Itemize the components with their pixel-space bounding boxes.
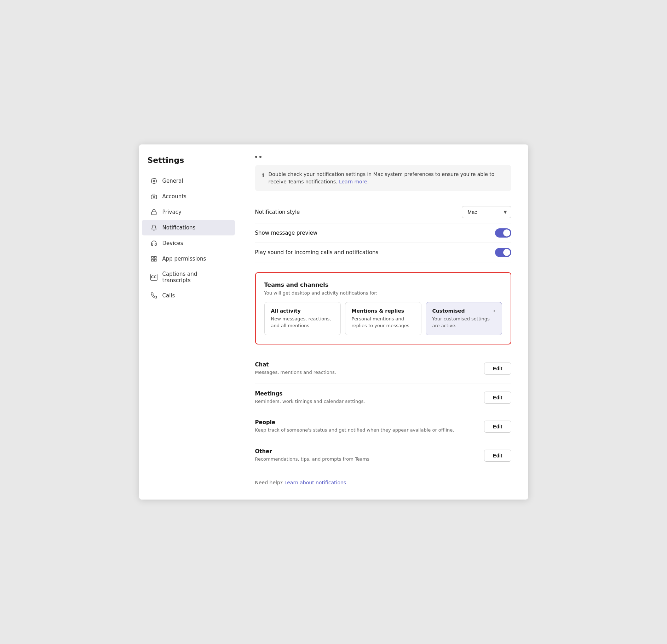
sidebar: Settings General Accounts Privacy Notifi… — [139, 144, 238, 500]
info-banner: ℹ Double check your notification setting… — [255, 165, 511, 191]
dot-1 — [255, 156, 257, 158]
svg-rect-6 — [151, 259, 153, 261]
customised-arrow-icon: › — [493, 308, 495, 313]
sidebar-label-accounts: Accounts — [162, 193, 186, 200]
notifications-icon — [150, 224, 157, 231]
teams-channels-title: Teams and channels — [264, 281, 502, 288]
svg-rect-7 — [154, 259, 156, 261]
dot-2 — [259, 156, 261, 158]
all-activity-desc: New messages, reactions, and all mention… — [271, 316, 334, 329]
settings-title: Settings — [139, 156, 238, 173]
sidebar-label-notifications: Notifications — [162, 224, 196, 231]
learn-about-notifications-link[interactable]: Learn about notifications — [284, 480, 346, 485]
other-title: Other — [255, 448, 370, 455]
info-text: Double check your notification settings … — [269, 171, 504, 186]
meetings-category-row: Meetings Reminders, work timings and cal… — [255, 383, 511, 412]
sidebar-label-general: General — [162, 178, 183, 184]
app-permissions-icon — [150, 255, 157, 262]
play-sound-row: Play sound for incoming calls and notifi… — [255, 243, 511, 262]
other-edit-button[interactable]: Edit — [484, 450, 511, 462]
people-category-row: People Keep track of someone's status an… — [255, 412, 511, 441]
chat-title: Chat — [255, 361, 336, 368]
help-footer: Need help? Learn about notifications — [255, 480, 511, 485]
sidebar-item-devices[interactable]: Devices — [142, 235, 235, 251]
sidebar-label-privacy: Privacy — [162, 209, 182, 215]
svg-point-0 — [153, 180, 155, 182]
calls-icon — [150, 292, 157, 299]
other-desc: Recommendations, tips, and prompts from … — [255, 456, 370, 463]
svg-rect-3 — [151, 212, 156, 215]
chat-desc: Messages, mentions and reactions. — [255, 369, 336, 376]
channel-options-group: All activity New messages, reactions, an… — [264, 302, 502, 335]
sidebar-item-notifications[interactable]: Notifications — [142, 220, 235, 235]
learn-more-link[interactable]: Learn more. — [339, 179, 369, 184]
channel-option-customised[interactable]: Customised › Your customised settings ar… — [426, 302, 502, 335]
channel-option-all-activity[interactable]: All activity New messages, reactions, an… — [264, 302, 341, 335]
captions-icon: CC — [150, 274, 157, 281]
notification-style-label: Notification style — [255, 209, 300, 215]
settings-window: Settings General Accounts Privacy Notifi… — [139, 144, 528, 500]
customised-title: Customised › — [432, 308, 495, 314]
sidebar-item-app-permissions[interactable]: App permissions — [142, 251, 235, 267]
teams-channels-section: Teams and channels You will get desktop … — [255, 272, 511, 344]
channel-option-mentions-replies[interactable]: Mentions & replies Personal mentions and… — [345, 302, 421, 335]
sidebar-label-calls: Calls — [162, 292, 175, 299]
notification-style-select[interactable]: Mac Teams Windows — [462, 206, 511, 218]
meetings-desc: Reminders, work timings and calendar set… — [255, 398, 365, 405]
show-preview-row: Show message preview — [255, 223, 511, 243]
categories-section: Chat Messages, mentions and reactions. E… — [255, 354, 511, 470]
mentions-replies-desc: Personal mentions and replies to your me… — [352, 316, 415, 329]
other-category-row: Other Recommendations, tips, and prompts… — [255, 441, 511, 470]
all-activity-title: All activity — [271, 308, 334, 314]
people-title: People — [255, 419, 454, 426]
accounts-icon — [150, 193, 157, 200]
svg-rect-5 — [154, 256, 156, 258]
sidebar-label-app-permissions: App permissions — [162, 256, 206, 262]
customised-desc: Your customised settings are active. — [432, 316, 495, 329]
meetings-title: Meetings — [255, 391, 365, 397]
chat-edit-button[interactable]: Edit — [484, 363, 511, 375]
general-icon — [150, 177, 157, 184]
mentions-replies-title: Mentions & replies — [352, 308, 415, 314]
other-category-text: Other Recommendations, tips, and prompts… — [255, 448, 370, 463]
show-preview-toggle[interactable] — [495, 228, 511, 238]
help-text: Need help? — [255, 480, 283, 485]
privacy-icon — [150, 209, 157, 216]
meetings-edit-button[interactable]: Edit — [484, 392, 511, 404]
devices-icon — [150, 240, 157, 247]
info-icon: ℹ — [262, 171, 264, 179]
sidebar-item-captions[interactable]: CC Captions and transcripts — [142, 267, 235, 288]
people-category-text: People Keep track of someone's status an… — [255, 419, 454, 434]
play-sound-label: Play sound for incoming calls and notifi… — [255, 249, 379, 256]
scroll-dots — [255, 156, 511, 158]
play-sound-toggle[interactable] — [495, 248, 511, 257]
sidebar-label-devices: Devices — [162, 240, 183, 246]
chat-category-row: Chat Messages, mentions and reactions. E… — [255, 354, 511, 383]
main-content: ℹ Double check your notification setting… — [238, 144, 528, 500]
notification-style-select-wrapper: Mac Teams Windows ▼ — [462, 206, 511, 218]
notification-style-row: Notification style Mac Teams Windows ▼ — [255, 201, 511, 223]
chat-category-text: Chat Messages, mentions and reactions. — [255, 361, 336, 376]
sidebar-item-accounts[interactable]: Accounts — [142, 189, 235, 204]
people-edit-button[interactable]: Edit — [484, 421, 511, 433]
sidebar-item-general[interactable]: General — [142, 173, 235, 189]
svg-rect-1 — [151, 195, 156, 199]
sidebar-item-calls[interactable]: Calls — [142, 288, 235, 303]
teams-channels-subtitle: You will get desktop and activity notifi… — [264, 290, 502, 296]
svg-rect-4 — [151, 256, 153, 258]
meetings-category-text: Meetings Reminders, work timings and cal… — [255, 391, 365, 405]
show-preview-label: Show message preview — [255, 230, 318, 236]
sidebar-label-captions: Captions and transcripts — [162, 271, 226, 284]
sidebar-item-privacy[interactable]: Privacy — [142, 204, 235, 220]
people-desc: Keep track of someone's status and get n… — [255, 427, 454, 434]
